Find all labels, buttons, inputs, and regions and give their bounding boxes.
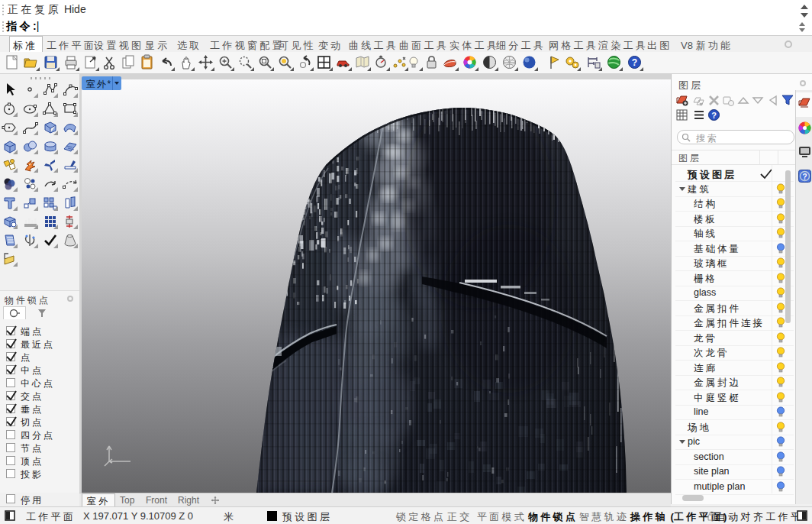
svg-text:?: ? (802, 173, 807, 181)
svg-text:?: ? (632, 57, 637, 68)
svg-text:?: ? (711, 111, 717, 120)
